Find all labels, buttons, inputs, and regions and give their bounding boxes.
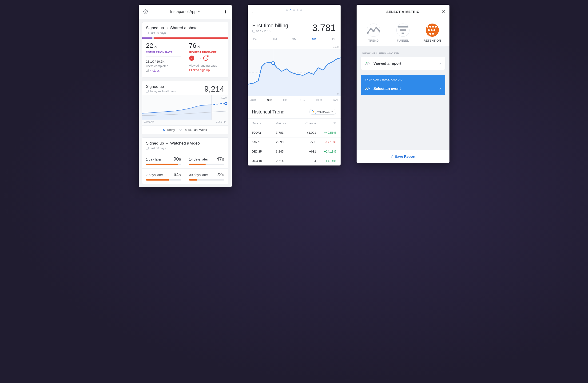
svg-point-7 [272,62,274,65]
signedup-chart: 4,000 12:01 AM 11:59 PM [142,95,228,125]
svg-point-30 [366,87,367,89]
y-top: 5,000 [333,46,338,48]
month-jan[interactable]: JAN [333,99,338,101]
section-label: THEN CAME BACK AND DID [361,75,445,82]
signedup-card[interactable]: Signed up Today — Total Users 9,214 4,00… [142,81,228,134]
check-icon: ✓ [390,155,394,158]
steps-link[interactable]: 4 steps [150,69,160,72]
settings-icon[interactable] [143,9,148,14]
svg-point-18 [428,29,430,31]
range-tab-3m[interactable]: 3M [292,37,297,42]
month-aug[interactable]: AUG [251,99,256,101]
save-report-button[interactable]: ✓Save Report [357,150,449,163]
calendar-icon [146,90,149,92]
table-row[interactable]: DEC 253,245+631+24.13% [248,147,340,156]
month-oct[interactable]: OCT [283,99,289,101]
topbar: Instapanel App ▼ + [139,5,232,19]
range-tab-6m[interactable]: 6M [311,37,317,42]
range-tab-1m[interactable]: 1M [272,37,278,42]
table-row[interactable]: JAN 12,690-555-17.10% [248,137,340,147]
month-sep[interactable]: SEP [267,99,272,101]
month-labels[interactable]: AUGSEPOCTNOVDECJAN [248,96,340,105]
cell-pct: +24.13% [316,150,336,153]
retention-bar [146,179,182,180]
signedup-title: Signed up [146,84,176,89]
funnel-sub-text: Last 30 days [150,31,166,35]
retention-icon [426,23,439,37]
legend-lastweek[interactable]: Thurs, Last Week [179,128,207,132]
retention-cell[interactable]: 30 days later22% [185,168,228,184]
hist-title: Historical Trend [252,109,285,115]
metric-opt-funnel[interactable]: FUNNEL [392,23,414,42]
average-selector[interactable]: AVERAGE ▼ [309,109,336,115]
funnel-card[interactable]: Signed up → Shared a photo Last 30 days … [142,22,228,77]
th-visitors[interactable]: Visitors [276,121,296,125]
svg-point-9 [373,30,375,32]
th-pct[interactable]: % [316,121,336,125]
retention-bar [146,164,182,165]
metric-title: First time billing [252,23,288,29]
app-selector[interactable]: Instapanel App ▼ [170,9,200,14]
funnel-icon [396,23,409,37]
chevron-right-icon: › [440,61,441,66]
completion-value: 22 [146,42,153,49]
range-tab-1y[interactable]: 1Y [331,37,336,42]
cell-pct: -17.10% [316,140,336,144]
completion-col: 22% COMPLETION RATE 23.1K / 10.5K users … [142,39,185,77]
cell-date: DEC 25 [252,150,276,153]
retention-cell[interactable]: 7 days later64% [142,168,185,184]
metric-value: 3,781 [312,23,336,33]
month-dec[interactable]: DEC [316,99,322,101]
pager[interactable] [286,9,302,11]
retention-pct: 47% [217,156,224,162]
metric-date: Sep 7 2015 [256,29,271,33]
cell-visitors: 2,614 [276,159,296,163]
dropoff-link[interactable]: Clicked sign up [189,68,224,72]
retention-card[interactable]: Signed up → Watched a video Last 30 days… [142,137,228,184]
range-tabs[interactable]: 1W1M3M6M1Y [248,36,340,44]
table-row[interactable]: DEC 182,614+104+4.14% [248,156,340,165]
th-date[interactable]: Date ▼ [252,121,276,125]
dropoff-desc1: Viewed landing page [189,64,224,68]
table-row[interactable]: TODAY3,781+1,091+40.56% [248,128,340,137]
average-icon [312,111,315,113]
trend-icon [365,62,370,66]
retention-cell[interactable]: 1 day later90% [142,153,185,168]
event-selector-did[interactable]: Viewed a report › [361,57,445,70]
range-tab-1w[interactable]: 1W [252,37,258,42]
signedup-sub: Today — Total Users [146,90,176,93]
svg-point-20 [434,29,435,31]
back-icon[interactable]: ← [252,9,257,15]
billing-chart[interactable]: 5,000 0 [248,44,340,96]
metric-opt-label: FUNNEL [397,39,409,42]
metric-opt-retention[interactable]: RETENTION [422,23,443,42]
screen-select-metric: SELECT A METRIC ✕ TRENDFUNNELRETENTION S… [357,5,449,163]
step-from: 2 [189,56,194,61]
completion-counts: 23.1K / 10.5K [146,60,181,64]
funnel-subtitle: Last 30 days [146,31,224,35]
retention-label: 1 day later [146,158,161,161]
cell-date: TODAY [252,131,276,135]
cell-date: DEC 18 [252,159,276,163]
month-nov[interactable]: NOV [300,99,305,101]
th-change[interactable]: Change [296,121,316,125]
legend-today[interactable]: Today [163,128,175,132]
cell-change: +1,091 [296,131,316,135]
section-cameback: THEN CAME BACK AND DID Select an event › [361,75,445,95]
svg-point-21 [429,33,431,35]
metric-head: First time billing Sep 7 2015 3,781 [248,17,340,36]
svg-point-15 [429,26,431,27]
dropoff-col: 76% HIGHEST DROP-OFF 2 ⋯→ 3 Viewed landi… [185,39,228,77]
screen-dashboard: Instapanel App ▼ + Signed up → Shared a … [139,5,232,187]
section-did: SHOW ME USERS WHO DID Viewed a report › [361,52,445,70]
event-selector-cameback[interactable]: Select an event › [361,82,445,95]
add-icon[interactable]: + [224,8,227,16]
close-icon[interactable]: ✕ [441,9,445,15]
retention-cell[interactable]: 14 days later47% [185,153,228,168]
dropoff-value: 76 [189,42,196,49]
svg-point-16 [432,26,434,27]
cell-visitors: 2,690 [276,140,296,144]
cell-change: +631 [296,150,316,153]
metric-opt-trend[interactable]: TREND [363,23,384,42]
cell-date: JAN 1 [252,140,276,144]
